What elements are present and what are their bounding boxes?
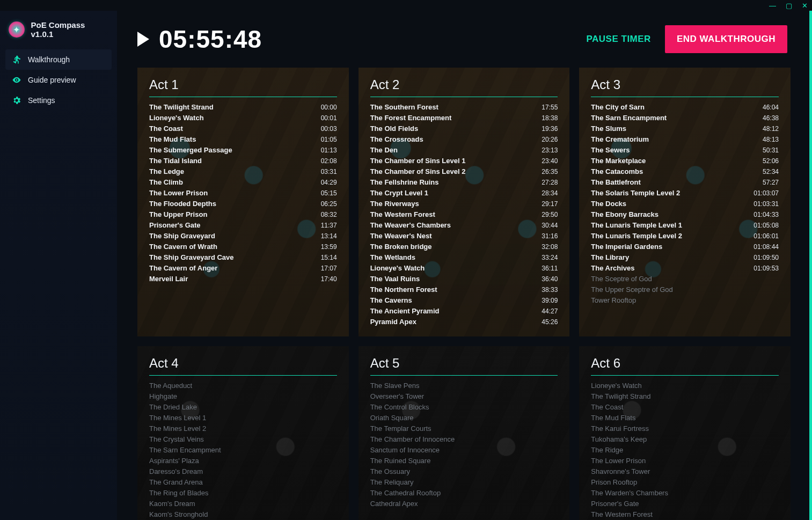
zone-row[interactable]: The Docks01:03:31	[591, 199, 779, 209]
zone-row[interactable]: The Karui Fortress	[591, 424, 779, 434]
zone-row[interactable]: The Sarn Encampment46:38	[591, 113, 779, 123]
zone-row[interactable]: The Solaris Temple Level 201:03:07	[591, 188, 779, 198]
zone-row[interactable]: The Ebony Barracks01:04:33	[591, 210, 779, 219]
zone-row[interactable]: Kaom's Dream	[149, 499, 337, 509]
sidebar-item-preview[interactable]: Guide preview	[5, 70, 112, 90]
zone-row[interactable]: The Forest Encampment18:38	[370, 113, 558, 123]
window-close-button[interactable]: ✕	[802, 2, 808, 10]
zone-row[interactable]: The Chamber of Innocence	[370, 435, 558, 444]
zone-row[interactable]: The Crypt Level 128:34	[370, 188, 558, 198]
zone-row[interactable]: The Western Forest29:50	[370, 210, 558, 219]
zone-row[interactable]: Overseer's Tower	[370, 392, 558, 401]
zone-row[interactable]: The Ship Graveyard13:14	[149, 231, 337, 241]
zone-row[interactable]: The Marketplace52:06	[591, 156, 779, 166]
zone-row[interactable]: The Crystal Veins	[149, 435, 337, 444]
zone-row[interactable]: The Lower Prison05:15	[149, 188, 337, 198]
window-maximize-button[interactable]: ▢	[786, 2, 792, 10]
zone-row[interactable]: The Mines Level 2	[149, 424, 337, 434]
zone-row[interactable]: The Crematorium48:13	[591, 135, 779, 144]
zone-row[interactable]: The Coast00:03	[149, 124, 337, 134]
zone-row[interactable]: The Fellshrine Ruins27:28	[370, 178, 558, 187]
zone-row[interactable]: The Warden's Chambers	[591, 488, 779, 498]
zone-row[interactable]: The Ledge03:31	[149, 167, 337, 177]
zone-row[interactable]: The Library01:09:50	[591, 253, 779, 262]
zone-row[interactable]: The Climb04:29	[149, 178, 337, 187]
zone-row[interactable]: The Ring of Blades	[149, 488, 337, 498]
zone-row[interactable]: The Den23:13	[370, 145, 558, 155]
zone-row[interactable]: Lioneye's Watch	[591, 381, 779, 391]
zone-row[interactable]: The Western Forest	[591, 510, 779, 519]
zone-row[interactable]: The Wetlands33:24	[370, 253, 558, 262]
zone-row[interactable]: The Twilight Strand00:00	[149, 102, 337, 112]
zone-row[interactable]: The Mines Level 1	[149, 413, 337, 423]
zone-row[interactable]: The Mud Flats	[591, 413, 779, 423]
zone-row[interactable]: The Coast	[591, 402, 779, 412]
zone-row[interactable]: The Slums48:12	[591, 124, 779, 134]
zone-row[interactable]: Highgate	[149, 392, 337, 401]
zone-row[interactable]: The Southern Forest17:55	[370, 102, 558, 112]
zone-row[interactable]: Aspirants' Plaza	[149, 456, 337, 466]
zone-row[interactable]: The Riverways29:17	[370, 199, 558, 209]
zone-row[interactable]: The Ancient Pyramid44:27	[370, 306, 558, 316]
window-minimize-button[interactable]: —	[769, 2, 776, 10]
end-walkthrough-button[interactable]: END WALKTHROUGH	[665, 25, 787, 53]
zone-row[interactable]: Shavronne's Tower	[591, 467, 779, 477]
zone-row[interactable]: The Upper Prison08:32	[149, 210, 337, 219]
zone-row[interactable]: Lioneye's Watch36:11	[370, 263, 558, 273]
zone-row[interactable]: The Cavern of Wrath13:59	[149, 242, 337, 252]
zone-row[interactable]: Kaom's Stronghold	[149, 510, 337, 519]
zone-row[interactable]: The Grand Arena	[149, 478, 337, 487]
zone-row[interactable]: The Tidal Island02:08	[149, 156, 337, 166]
zone-row[interactable]: Prisoner's Gate	[591, 499, 779, 509]
zone-row[interactable]: Oriath Square	[370, 413, 558, 423]
zone-row[interactable]: The Weaver's Chambers30:44	[370, 221, 558, 230]
zone-row[interactable]: The Control Blocks	[370, 402, 558, 412]
zone-row[interactable]: The Lunaris Temple Level 201:06:01	[591, 231, 779, 241]
zone-row[interactable]: The Lunaris Temple Level 101:05:08	[591, 221, 779, 230]
zone-row[interactable]: The City of Sarn46:04	[591, 102, 779, 112]
zone-row[interactable]: Cathedral Apex	[370, 499, 558, 509]
zone-row[interactable]: The Imperial Gardens01:08:44	[591, 242, 779, 252]
zone-row[interactable]: The Battlefront57:27	[591, 178, 779, 187]
zone-row[interactable]: The Weaver's Nest31:16	[370, 231, 558, 241]
zone-row[interactable]: Merveil Lair17:40	[149, 274, 337, 284]
zone-row[interactable]: The Submerged Passage01:13	[149, 145, 337, 155]
zone-row[interactable]: The Chamber of Sins Level 226:35	[370, 167, 558, 177]
zone-row[interactable]: Pyramid Apex45:26	[370, 317, 558, 327]
pause-timer-button[interactable]: PAUSE TIMER	[586, 34, 650, 45]
zone-row[interactable]: The Mud Flats01:05	[149, 135, 337, 144]
zone-row[interactable]: The Sarn Encampment	[149, 445, 337, 455]
zone-row[interactable]: The Ruined Square	[370, 456, 558, 466]
zone-row[interactable]: The Upper Sceptre of God	[591, 285, 779, 295]
zone-row[interactable]: The Ossuary	[370, 467, 558, 477]
zone-row[interactable]: The Crossroads20:26	[370, 135, 558, 144]
zone-row[interactable]: The Sewers50:31	[591, 145, 779, 155]
zone-row[interactable]: The Caverns39:09	[370, 296, 558, 305]
zone-row[interactable]: Prison Rooftop	[591, 478, 779, 487]
zone-row[interactable]: The Vaal Ruins36:40	[370, 274, 558, 284]
zone-row[interactable]: Tukohama's Keep	[591, 435, 779, 444]
zone-row[interactable]: The Dried Lake	[149, 402, 337, 412]
zone-row[interactable]: The Reliquary	[370, 478, 558, 487]
zone-row[interactable]: The Broken bridge32:08	[370, 242, 558, 252]
zone-row[interactable]: The Lower Prison	[591, 456, 779, 466]
sidebar-item-walkthrough[interactable]: Walkthrough	[5, 49, 112, 70]
zone-row[interactable]: The Old Fields19:36	[370, 124, 558, 134]
sidebar-item-settings[interactable]: Settings	[5, 90, 112, 111]
zone-row[interactable]: The Cathedral Rooftop	[370, 488, 558, 498]
zone-row[interactable]: The Flooded Depths06:25	[149, 199, 337, 209]
zone-row[interactable]: The Ridge	[591, 445, 779, 455]
zone-row[interactable]: The Northern Forest38:33	[370, 285, 558, 295]
zone-row[interactable]: The Aqueduct	[149, 381, 337, 391]
zone-row[interactable]: The Catacombs52:34	[591, 167, 779, 177]
zone-row[interactable]: The Sceptre of God	[591, 274, 779, 284]
zone-row[interactable]: The Chamber of Sins Level 123:40	[370, 156, 558, 166]
zone-row[interactable]: The Slave Pens	[370, 381, 558, 391]
zone-row[interactable]: The Ship Graveyard Cave15:14	[149, 253, 337, 262]
zone-row[interactable]: The Twilight Strand	[591, 392, 779, 401]
zone-row[interactable]: Daresso's Dream	[149, 467, 337, 477]
zone-row[interactable]: Lioneye's Watch00:01	[149, 113, 337, 123]
zone-row[interactable]: The Archives01:09:53	[591, 263, 779, 273]
play-icon[interactable]	[137, 32, 149, 47]
scrollbar[interactable]	[809, 11, 812, 520]
